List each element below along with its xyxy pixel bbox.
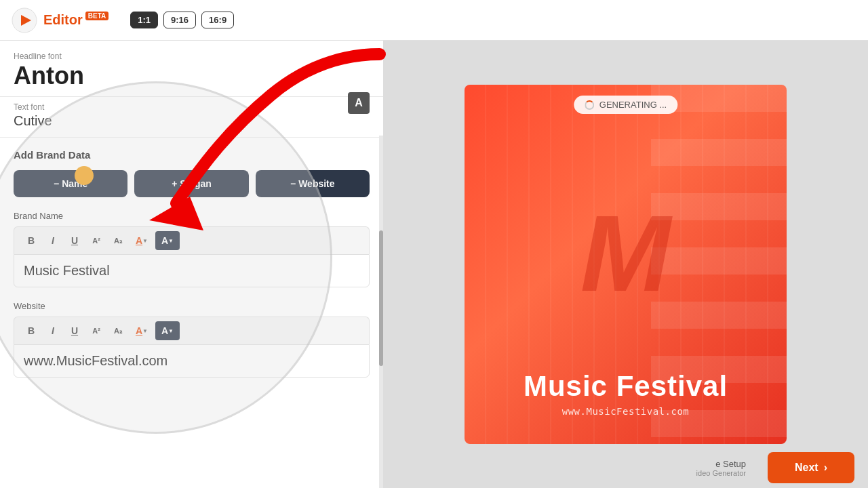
highlight-label-web: A (161, 325, 168, 336)
ratio-1-1[interactable]: 1:1 (130, 12, 158, 28)
loading-spinner (585, 100, 594, 110)
brand-name-formatting-bar: B I U A² A₂ A▼ A▼ (14, 226, 370, 254)
next-label: Next (795, 462, 818, 474)
text-font-name: Cutive (14, 113, 370, 129)
website-label: Website (14, 301, 370, 311)
text-font-section: Text font Cutive (0, 97, 383, 138)
cursor-dot (75, 166, 94, 185)
color-button-brand[interactable]: A▼ (130, 231, 154, 250)
subscript-button-brand[interactable]: A₂ (108, 231, 128, 250)
panel-scroll: Add Brand Data − Name + Slogan − Website… (0, 136, 383, 488)
add-brand-section: Add Brand Data − Name + Slogan − Website… (0, 136, 383, 402)
next-arrow-icon: › (824, 462, 827, 474)
setup-label: e Setup (715, 459, 746, 469)
main-content: GENERATING ... M Music Festival www.Musi… (383, 41, 868, 488)
color-label-web: A (136, 325, 142, 336)
website-group: Website B I U A² A₂ A▼ A▼ (14, 301, 370, 378)
next-button[interactable]: Next › (768, 452, 854, 483)
preview-title: Music Festival (524, 371, 728, 402)
scrollbar-thumb (379, 230, 383, 366)
color-button-web[interactable]: A▼ (130, 321, 154, 340)
preview-card: GENERATING ... M Music Festival www.Musi… (465, 85, 787, 444)
app-header: Editor BETA 1:1 9:16 16:9 (0, 0, 868, 41)
brand-buttons: − Name + Slogan − Website (14, 170, 370, 197)
left-panel: Headline font Anton A Text font Cutive A… (0, 41, 383, 488)
website-input[interactable] (14, 344, 370, 378)
ratio-16-9[interactable]: 16:9 (201, 12, 234, 28)
underline-button-brand[interactable]: U (64, 231, 85, 250)
bold-button-brand[interactable]: B (21, 231, 41, 250)
add-brand-title: Add Brand Data (14, 149, 370, 161)
highlight-button-web[interactable]: A▼ (155, 321, 180, 340)
ratio-buttons: 1:1 9:16 16:9 (130, 12, 234, 28)
name-button[interactable]: − Name (14, 170, 127, 197)
bold-button-web[interactable]: B (21, 321, 41, 340)
logo-area: Editor BETA (11, 7, 108, 34)
headline-font-label: Headline font (14, 52, 370, 61)
highlight-button-brand[interactable]: A▼ (155, 231, 180, 250)
generating-bar: GENERATING ... (574, 96, 677, 114)
website-button[interactable]: − Website (256, 170, 370, 197)
superscript-button-brand[interactable]: A² (86, 231, 106, 250)
brand-name-group: Brand Name B I U A² A₂ A▼ A▼ (14, 211, 370, 287)
headline-font-section: Headline font Anton A (0, 41, 383, 97)
slogan-button[interactable]: + Slogan (134, 170, 248, 197)
subscript-button-web[interactable]: A₂ (108, 321, 128, 340)
brand-name-input[interactable] (14, 254, 370, 287)
underline-button-web[interactable]: U (64, 321, 85, 340)
preview-url: www.MusicFestival.com (562, 406, 690, 417)
bottom-label: e Setup ideo Generator (383, 447, 760, 488)
generator-label: ideo Generator (696, 469, 746, 477)
text-font-label: Text font (14, 102, 370, 112)
italic-button-brand[interactable]: I (43, 231, 63, 250)
superscript-button-web[interactable]: A² (86, 321, 106, 340)
ratio-9-16[interactable]: 9:16 (163, 12, 196, 28)
website-formatting-bar: B I U A² A₂ A▼ A▼ (14, 317, 370, 344)
scrollbar[interactable] (379, 136, 383, 488)
brand-name-label: Brand Name (14, 211, 370, 221)
highlight-label: A (161, 235, 168, 246)
italic-button-web[interactable]: I (43, 321, 63, 340)
beta-badge: BETA (85, 12, 108, 20)
logo-text: Editor (43, 12, 83, 28)
generating-text: GENERATING ... (599, 100, 667, 110)
color-label: A (136, 235, 142, 246)
logo-icon (11, 7, 38, 34)
headline-font-name: Anton (14, 64, 370, 88)
